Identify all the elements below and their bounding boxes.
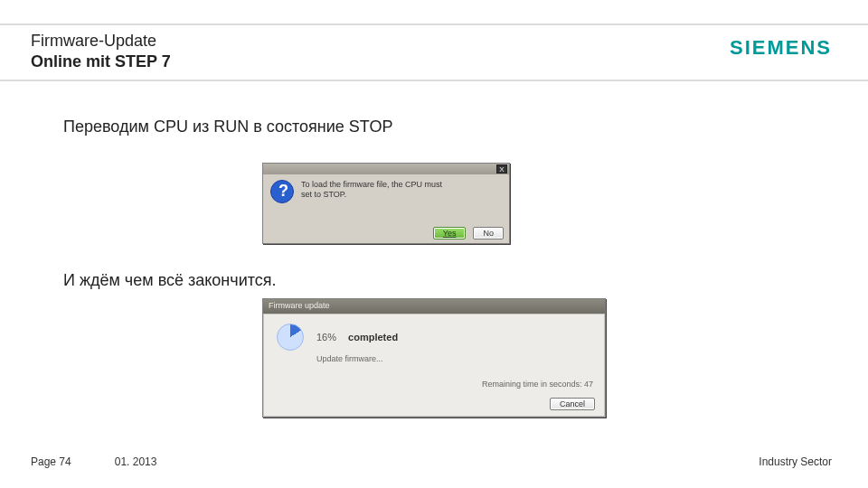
cancel-button[interactable]: Cancel: [550, 398, 595, 410]
footer-page: Page 74: [31, 455, 71, 468]
instruction-text-1: Переводим CPU из RUN в состояние STOP: [63, 117, 392, 136]
siemens-logo: SIEMENS: [730, 36, 832, 60]
progress-dialog-titlebar: Firmware update: [263, 299, 605, 314]
yes-button[interactable]: Yes: [433, 227, 467, 239]
progress-percent-word: completed: [348, 332, 398, 343]
confirm-dialog: X To load the firmware file, the CPU mus…: [262, 163, 510, 244]
progress-button-row: Cancel: [550, 398, 595, 410]
footer-date: 01. 2013: [115, 455, 157, 468]
question-icon: [270, 180, 294, 203]
progress-status-line: Update firmware...: [264, 354, 604, 363]
confirm-dialog-titlebar: X: [263, 164, 509, 174]
progress-dialog: Firmware update 16% completed Update fir…: [262, 298, 606, 418]
instruction-text-2: И ждём чем всё закончится.: [63, 271, 277, 290]
title-line-2: Online mit STEP 7: [31, 52, 171, 72]
confirm-button-row: Yes No: [433, 227, 504, 239]
header-rule-bottom: [0, 80, 868, 81]
progress-percent: 16% completed: [316, 332, 398, 343]
slide: Firmware-Update Online mit STEP 7 SIEMEN…: [0, 0, 868, 488]
progress-percent-value: 16%: [316, 332, 336, 343]
header-rule-top: [0, 23, 868, 25]
progress-remaining: Remaining time in seconds: 47: [482, 380, 593, 389]
footer-left: Page 74 01. 2013: [31, 455, 156, 468]
confirm-message-line-2: set to STOP.: [301, 190, 442, 200]
confirm-message: To load the firmware file, the CPU must …: [301, 180, 442, 203]
footer-right: Industry Sector: [759, 455, 832, 468]
slide-title: Firmware-Update Online mit STEP 7: [31, 31, 171, 73]
no-button[interactable]: No: [473, 227, 504, 239]
title-line-1: Firmware-Update: [31, 31, 171, 52]
confirm-dialog-body: To load the firmware file, the CPU must …: [263, 174, 509, 207]
progress-dialog-body: 16% completed Update firmware... Remaini…: [263, 314, 605, 417]
progress-pie-icon: [277, 324, 304, 351]
close-icon[interactable]: X: [496, 164, 507, 174]
progress-area: 16% completed: [264, 314, 604, 354]
confirm-message-line-1: To load the firmware file, the CPU must: [301, 180, 442, 190]
